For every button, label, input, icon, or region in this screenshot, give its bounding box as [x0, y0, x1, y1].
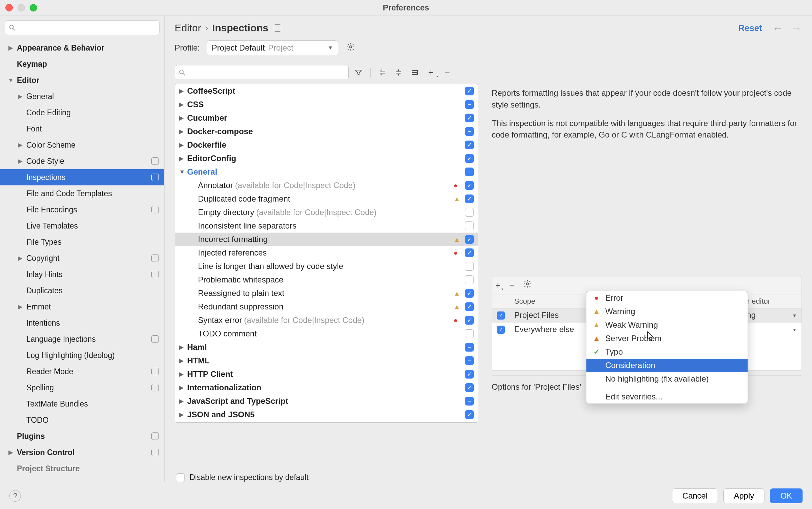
inspection-checkbox[interactable]: ✓ — [465, 289, 474, 298]
nav-back-button[interactable]: ← — [772, 22, 784, 34]
inspection-checkbox[interactable]: − — [465, 168, 474, 176]
inspection-checkbox[interactable]: − — [465, 127, 474, 136]
reset-default-button[interactable] — [408, 66, 421, 79]
inspection-row[interactable]: Annotator(available for Code|Inspect Cod… — [175, 179, 478, 192]
sidebar-item[interactable]: Language Injections — [0, 331, 164, 347]
inspection-checkbox[interactable]: ✓ — [465, 141, 474, 149]
sidebar-item[interactable]: ▶Code Style — [0, 153, 164, 169]
sidebar-item[interactable]: TextMate Bundles — [0, 396, 164, 412]
sidebar-item[interactable]: Log Highlighting (Ideolog) — [0, 347, 164, 363]
sidebar-item[interactable]: ▶General — [0, 88, 164, 104]
apply-button[interactable]: Apply — [723, 488, 764, 503]
inspection-row[interactable]: Incorrect formatting▲✓ — [175, 233, 478, 246]
sidebar-item[interactable]: File and Code Templates — [0, 185, 164, 202]
sidebar-item[interactable]: Font — [0, 121, 164, 137]
sidebar-item[interactable]: ▶Appearance & Behavior — [0, 40, 164, 56]
inspection-row[interactable]: ▶EditorConfig✓ — [175, 152, 478, 165]
inspection-row[interactable]: Inconsistent line separators — [175, 219, 478, 233]
sidebar-item[interactable]: Project Structure — [0, 460, 164, 477]
maximize-window-button[interactable] — [30, 4, 37, 11]
sidebar-item[interactable]: Plugins — [0, 428, 164, 444]
sidebar-item[interactable]: ▶Version Control — [0, 444, 164, 460]
inspection-checkbox[interactable]: ✓ — [465, 248, 474, 257]
inspection-row[interactable]: ▶JavaScript and TypeScript− — [175, 394, 478, 408]
inspection-checkbox[interactable] — [465, 208, 474, 217]
inspection-row[interactable]: ▶Haml− — [175, 340, 478, 354]
severity-option[interactable]: ▲Server Problem — [586, 332, 748, 345]
scope-add-button[interactable]: +▾ — [495, 279, 500, 292]
inspection-checkbox[interactable] — [465, 275, 474, 284]
severity-option[interactable]: ●Error — [586, 291, 748, 305]
sidebar-item[interactable]: Duplicates — [0, 282, 164, 299]
severity-option[interactable]: No highlighting (fix available) — [586, 372, 748, 386]
scope-gear-button[interactable] — [523, 279, 532, 291]
ok-button[interactable]: OK — [770, 488, 803, 503]
filter-button[interactable] — [352, 66, 365, 79]
severity-option[interactable]: Consideration — [586, 359, 748, 372]
inspection-checkbox[interactable]: − — [465, 397, 474, 406]
severity-option[interactable]: ▲Weak Warning — [586, 318, 748, 332]
sidebar-item[interactable]: Inlay Hints — [0, 266, 164, 282]
inspection-checkbox[interactable]: − — [465, 343, 474, 352]
inspection-row[interactable]: ▶Dockerfile✓ — [175, 138, 478, 152]
sidebar-item[interactable]: Code Editing — [0, 104, 164, 121]
inspection-checkbox[interactable]: ✓ — [465, 114, 474, 122]
severity-option[interactable]: ✔Typo — [586, 345, 748, 359]
inspection-row[interactable]: Redundant suppression▲✓ — [175, 300, 478, 313]
inspection-checkbox[interactable]: ✓ — [465, 87, 474, 95]
inspection-row[interactable]: ▶Cucumber✓ — [175, 111, 478, 125]
reset-button[interactable]: Reset — [738, 23, 762, 33]
inspection-row[interactable]: ▶Internationalization✓ — [175, 381, 478, 394]
profile-gear-button[interactable] — [346, 42, 355, 53]
inspection-checkbox[interactable]: ✓ — [465, 316, 474, 325]
sidebar-search-input[interactable] — [5, 20, 160, 35]
sidebar-item[interactable]: Reader Mode — [0, 363, 164, 380]
edit-severities-option[interactable]: Edit severities... — [586, 390, 748, 403]
inspection-row[interactable]: Reassigned to plain text▲✓ — [175, 287, 478, 300]
remove-button[interactable]: − — [441, 66, 454, 79]
sidebar-item[interactable]: Spelling — [0, 380, 164, 396]
inspection-checkbox[interactable]: ✓ — [465, 194, 474, 203]
inspection-checkbox[interactable]: ✓ — [465, 370, 474, 379]
inspection-checkbox[interactable]: − — [465, 356, 474, 365]
sidebar-item[interactable]: File Types — [0, 234, 164, 250]
scope-remove-button[interactable]: − — [509, 279, 514, 292]
collapse-all-button[interactable] — [392, 66, 405, 79]
minimize-window-button[interactable] — [18, 4, 25, 11]
inspection-row[interactable]: ▶HTML− — [175, 354, 478, 367]
inspection-row[interactable]: TODO comment — [175, 327, 478, 340]
sidebar-item[interactable]: ▼Editor — [0, 72, 164, 88]
sidebar-item[interactable]: Inspections — [0, 169, 164, 185]
nav-forward-button[interactable]: → — [790, 22, 802, 34]
sidebar-item[interactable]: ▶Color Scheme — [0, 137, 164, 153]
inspection-row[interactable]: Syntax error(available for Code|Inspect … — [175, 313, 478, 327]
inspection-row[interactable]: Empty directory(available for Code|Inspe… — [175, 206, 478, 219]
scope-checkbox[interactable]: ✓ — [497, 311, 505, 320]
cancel-button[interactable]: Cancel — [672, 488, 718, 503]
inspection-row[interactable]: ▶CSS− — [175, 98, 478, 111]
inspection-row[interactable]: ▶HTTP Client✓ — [175, 367, 478, 381]
inspection-row[interactable]: ▶Docker-compose− — [175, 125, 478, 138]
inspection-checkbox[interactable]: ✓ — [465, 383, 474, 392]
inspection-row[interactable]: Problematic whitespace — [175, 273, 478, 287]
inspection-checkbox[interactable]: ✓ — [465, 235, 474, 244]
sidebar-item[interactable]: ▶Copyright — [0, 250, 164, 266]
sidebar-item[interactable]: ▶Emmet — [0, 299, 164, 315]
close-window-button[interactable] — [5, 4, 13, 11]
inspection-checkbox[interactable]: ✓ — [465, 302, 474, 311]
inspection-checkbox[interactable] — [465, 221, 474, 230]
inspection-row[interactable]: Injected references●✓ — [175, 246, 478, 260]
inspection-row[interactable]: ▼General− — [175, 165, 478, 179]
inspection-row[interactable]: ▶JSON and JSON5✓ — [175, 408, 478, 421]
sidebar-item[interactable]: File Encodings — [0, 202, 164, 218]
sidebar-item[interactable]: Live Templates — [0, 218, 164, 234]
inspection-row[interactable]: ▶CoffeeScript✓ — [175, 84, 478, 98]
severity-option[interactable]: ▲Warning — [586, 305, 748, 318]
inspection-row[interactable]: Duplicated code fragment▲✓ — [175, 192, 478, 206]
inspection-search-input[interactable] — [175, 65, 349, 80]
add-button[interactable]: +▾ — [425, 66, 437, 79]
sidebar-item[interactable]: Keymap — [0, 56, 164, 72]
sidebar-item[interactable]: Intentions — [0, 315, 164, 331]
inspection-checkbox[interactable]: ✓ — [465, 410, 474, 419]
scope-checkbox[interactable]: ✓ — [497, 326, 505, 334]
